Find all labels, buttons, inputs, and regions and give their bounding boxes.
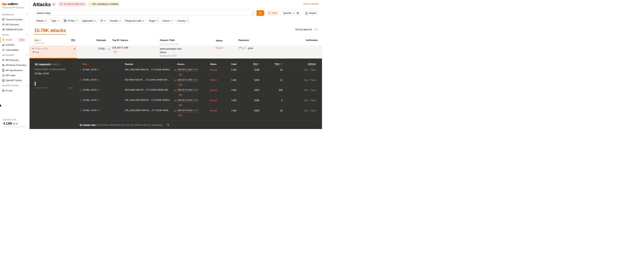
svg-text:IP: IP: [3, 90, 4, 91]
svg-text:?: ?: [53, 4, 54, 5]
